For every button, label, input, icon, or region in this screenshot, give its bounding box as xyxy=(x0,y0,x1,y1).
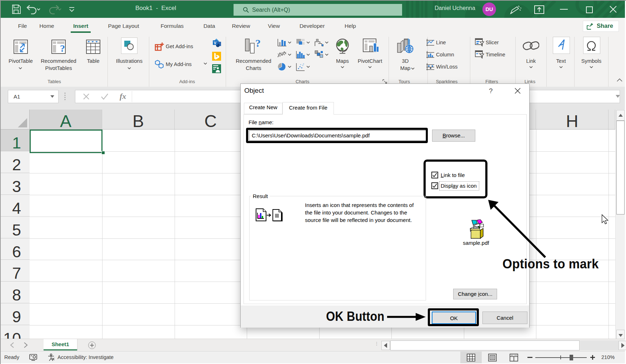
svg-text:?: ? xyxy=(255,38,261,49)
svg-text:?: ? xyxy=(60,43,65,54)
svg-text:V: V xyxy=(214,41,217,45)
